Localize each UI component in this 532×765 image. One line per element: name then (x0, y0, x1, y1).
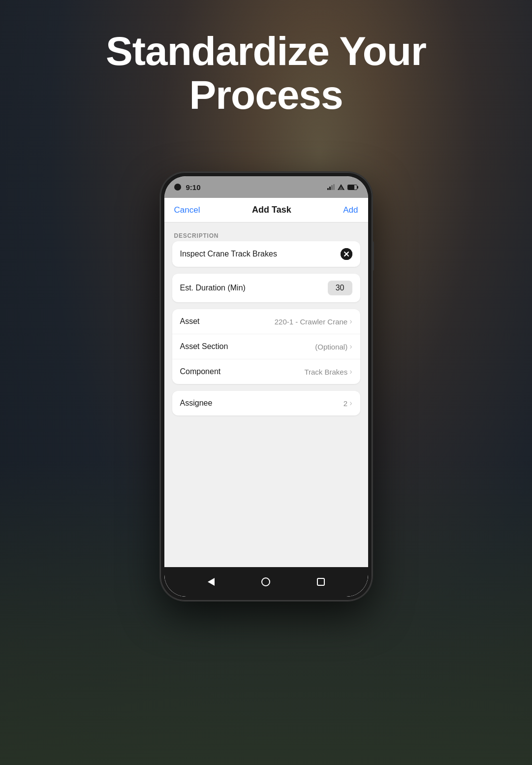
camera-hole (174, 184, 181, 191)
headline: Standardize Your Process (0, 30, 532, 117)
duration-input[interactable]: 30 (328, 281, 352, 295)
phone-mockup: 9:10 (160, 172, 372, 601)
status-bar-left: 9:10 (174, 183, 201, 191)
asset-card: Asset 220-1 - Crawler Crane › Asset Sect… (172, 309, 360, 384)
description-section-label: DESCRIPTION (172, 232, 360, 239)
asset-value: 220-1 - Crawler Crane (275, 318, 347, 326)
recents-button[interactable] (313, 574, 328, 589)
asset-section-label: Asset Section (180, 342, 228, 351)
back-button[interactable] (204, 574, 219, 589)
status-bar: 9:10 (164, 176, 368, 198)
assignee-card: Assignee 2 › (172, 391, 360, 415)
app-content: Cancel Add Task Add DESCRIPTION Inspect … (164, 198, 368, 597)
description-input[interactable]: Inspect Crane Track Brakes (180, 250, 341, 258)
description-row: Inspect Crane Track Brakes (172, 241, 360, 267)
assignee-label: Assignee (180, 399, 213, 408)
asset-section-row[interactable]: Asset Section (Optional) › (172, 334, 360, 359)
cancel-button[interactable]: Cancel (174, 205, 200, 215)
description-section: DESCRIPTION Inspect Crane Track Brakes (172, 232, 360, 267)
form-area: DESCRIPTION Inspect Crane Track Brakes (164, 223, 368, 567)
headline-text: Standardize Your Process (30, 30, 502, 117)
component-label: Component (180, 367, 221, 376)
svg-point-2 (341, 248, 352, 260)
back-icon (208, 578, 215, 586)
close-icon (341, 248, 352, 260)
component-row-right: Track Brakes › (304, 367, 352, 376)
description-card: Inspect Crane Track Brakes (172, 241, 360, 267)
duration-card: Est. Duration (Min) 30 (172, 274, 360, 302)
home-icon (261, 577, 270, 586)
app-topbar: Cancel Add Task Add (164, 198, 368, 223)
page-title: Add Task (252, 205, 291, 215)
home-button[interactable] (258, 574, 273, 589)
asset-label: Asset (180, 317, 200, 326)
component-value: Track Brakes (304, 368, 347, 376)
wifi-icon (327, 184, 335, 190)
asset-row[interactable]: Asset 220-1 - Crawler Crane › (172, 309, 360, 334)
chevron-right-icon: › (349, 399, 352, 408)
asset-section-row-right: (Optional) › (315, 342, 352, 351)
chevron-right-icon: › (349, 317, 352, 326)
add-button[interactable]: Add (343, 205, 358, 215)
assignee-value: 2 (344, 399, 347, 408)
clear-button[interactable] (341, 248, 352, 260)
chevron-right-icon: › (349, 367, 352, 376)
signal-icon (338, 184, 344, 190)
status-bar-right (327, 184, 358, 190)
component-row[interactable]: Component Track Brakes › (172, 359, 360, 384)
duration-label: Est. Duration (Min) (180, 284, 246, 292)
phone-body: 9:10 (160, 172, 372, 601)
status-time: 9:10 (186, 183, 201, 191)
phone-screen: 9:10 (164, 176, 368, 597)
battery-icon (347, 185, 358, 190)
assignee-row[interactable]: Assignee 2 › (172, 391, 360, 415)
assignee-row-right: 2 › (344, 399, 352, 408)
chevron-right-icon: › (349, 342, 352, 351)
asset-row-right: 220-1 - Crawler Crane › (275, 317, 352, 326)
duration-row: Est. Duration (Min) 30 (172, 274, 360, 302)
asset-section-value: (Optional) (315, 343, 347, 351)
recents-icon (317, 578, 325, 586)
bottom-nav (164, 567, 368, 597)
